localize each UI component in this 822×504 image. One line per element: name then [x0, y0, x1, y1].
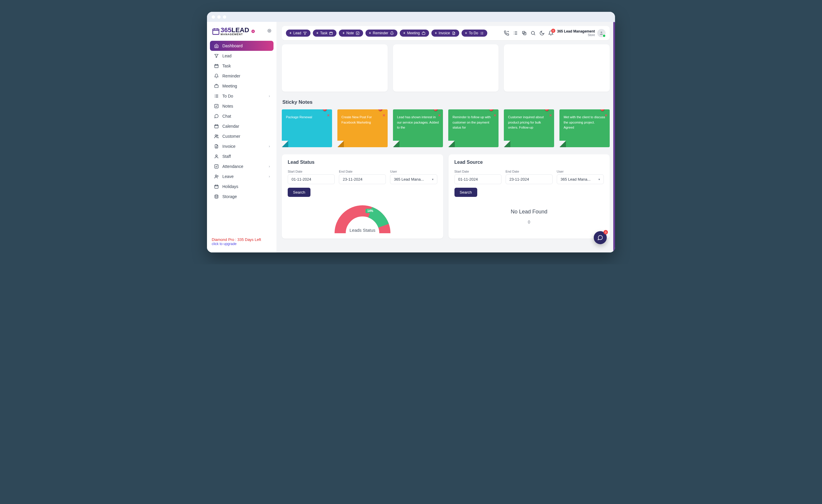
storage-icon [214, 194, 219, 199]
lead-status-panel: Lead Status Start Date 01-11-2024 End Da… [282, 154, 443, 238]
quick-add-chips: +Lead+Task+Note+Reminder+Meeting+Invoice… [286, 30, 487, 37]
chip-label: Invoice [439, 31, 450, 35]
chat-fab[interactable]: 0 [594, 231, 607, 244]
close-icon[interactable]: × [494, 112, 496, 119]
main-content: +Lead+Task+Note+Reminder+Meeting+Invoice… [277, 22, 615, 253]
check-icon [214, 164, 219, 169]
logo-row: 365LEAD MANAGEMENT [210, 25, 274, 41]
sticky-note[interactable]: ×Met with the client to discuss the upco… [559, 109, 610, 147]
end-date-input[interactable]: 23-11-2024 [506, 174, 553, 184]
sticky-note-text: Reminder to follow up with customer on t… [452, 115, 494, 130]
note-fold [337, 141, 344, 147]
end-date-label: End Date [339, 170, 386, 173]
list-icon[interactable] [513, 30, 518, 36]
sticky-note[interactable]: ×Customer inquired about product pricing… [504, 109, 554, 147]
sticky-note-text: Met with the client to discuss the upcom… [563, 115, 605, 130]
sidebar-item-storage[interactable]: Storage [210, 191, 274, 201]
sticky-note-text: Customer inquired about product pricing … [508, 115, 550, 130]
close-icon[interactable]: × [438, 112, 441, 119]
note-fold [559, 141, 566, 147]
upgrade-link[interactable]: click to upgrade [212, 242, 272, 246]
sidebar-item-reminder[interactable]: Reminder [210, 71, 274, 81]
sidebar-item-notes[interactable]: Notes [210, 101, 274, 111]
moon-icon[interactable] [539, 30, 545, 36]
note-fold [504, 141, 510, 147]
search-icon[interactable] [530, 30, 536, 36]
svg-rect-0 [213, 29, 219, 35]
sidebar-item-dashboard[interactable]: Dashboard [210, 41, 274, 51]
sidebar-item-to-do[interactable]: To Do› [210, 91, 274, 101]
sidebar-item-calendar[interactable]: Calendar [210, 121, 274, 131]
close-icon[interactable]: × [383, 112, 385, 119]
svg-rect-7 [215, 125, 218, 128]
note-fold [393, 141, 399, 147]
window-dot [223, 15, 226, 19]
bell-icon[interactable]: 0 [548, 30, 553, 36]
search-button[interactable]: Search [454, 188, 477, 197]
user-select-label: User [557, 170, 604, 173]
chip-label: Reminder [373, 31, 388, 35]
sidebar-item-task[interactable]: Task [210, 61, 274, 71]
user-block[interactable]: 365 Lead Management Store [557, 29, 605, 37]
plan-box: Diamond Pro : 335 Days Left click to upg… [210, 235, 274, 248]
avatar [597, 29, 605, 37]
sidebar-item-lead[interactable]: Lead [210, 51, 274, 61]
lead-source-empty: No Lead Found 0 [454, 197, 604, 224]
lead-source-title: Lead Source [454, 160, 604, 165]
phone-missed-icon[interactable] [504, 30, 509, 36]
app-logo[interactable]: 365LEAD MANAGEMENT [212, 27, 255, 35]
search-button[interactable]: Search [288, 188, 311, 197]
scrollbar-accent[interactable] [613, 22, 615, 253]
user-select-input[interactable]: 365 Lead Mana...▾ [390, 174, 437, 184]
sticky-note[interactable]: ×Lead has shown interest in our service … [393, 109, 443, 147]
add-reminder-chip[interactable]: +Reminder [366, 30, 397, 37]
add-note-chip[interactable]: +Note [339, 30, 363, 37]
sidebar-item-attendance[interactable]: Attendance› [210, 161, 274, 171]
user-role: Store [557, 33, 595, 37]
sidebar-item-customer[interactable]: Customer [210, 131, 274, 141]
user-select-field: User 365 Lead Mana...▾ [390, 170, 437, 184]
sidebar-item-staff[interactable]: Staff [210, 151, 274, 161]
check-icon [214, 104, 219, 108]
sidebar-item-leave[interactable]: Leave› [210, 171, 274, 181]
sidebar-item-label: Meeting [223, 84, 237, 88]
add-invoice-chip[interactable]: +Invoice [431, 30, 459, 37]
pin-icon [379, 109, 382, 111]
sidebar-item-label: To Do [223, 94, 233, 98]
svg-point-3 [269, 30, 270, 31]
add-meeting-chip[interactable]: +Meeting [400, 30, 429, 37]
sticky-note[interactable]: ×Reminder to follow up with customer on … [448, 109, 498, 147]
user-icon [214, 154, 219, 159]
sidebar-item-label: Reminder [223, 74, 241, 78]
chip-label: Meeting [407, 31, 420, 35]
sidebar-item-label: Task [223, 64, 231, 68]
notification-badge: 0 [551, 29, 555, 33]
sidebar-item-invoice[interactable]: Invoice› [210, 141, 274, 151]
start-date-input[interactable]: 01-11-2024 [288, 174, 335, 184]
list-icon [480, 31, 484, 35]
pin-icon [545, 109, 549, 111]
sidebar-item-label: Lead [223, 53, 232, 58]
sidebar-item-meeting[interactable]: Meeting [210, 81, 274, 91]
users-icon [214, 134, 219, 139]
user-select-field: User 365 Lead Mana...▾ [557, 170, 604, 184]
plus-icon: + [435, 31, 437, 35]
sticky-note[interactable]: ×Package Renewal [282, 109, 332, 147]
sidebar-item-holidays[interactable]: Holidays [210, 181, 274, 191]
sidebar-item-label: Holidays [223, 184, 238, 189]
start-date-input[interactable]: 01-11-2024 [454, 174, 501, 184]
close-icon[interactable]: × [605, 112, 607, 119]
chevron-down-icon: ▾ [432, 178, 433, 181]
user-select-input[interactable]: 365 Lead Mana...▾ [557, 174, 604, 184]
add-task-chip[interactable]: +Task [313, 30, 337, 37]
copy-icon[interactable] [521, 30, 527, 36]
target-icon[interactable] [267, 28, 272, 34]
close-icon[interactable]: × [327, 112, 330, 119]
sidebar-item-label: Leave [223, 174, 234, 179]
add-to-do-chip[interactable]: +To Do [462, 30, 487, 37]
sidebar-item-chat[interactable]: Chat [210, 111, 274, 121]
end-date-input[interactable]: 23-11-2024 [339, 174, 386, 184]
add-lead-chip[interactable]: +Lead [286, 30, 311, 37]
sticky-note[interactable]: ×Create New Post For Facebook Marketing [337, 109, 388, 147]
close-icon[interactable]: × [549, 112, 552, 119]
